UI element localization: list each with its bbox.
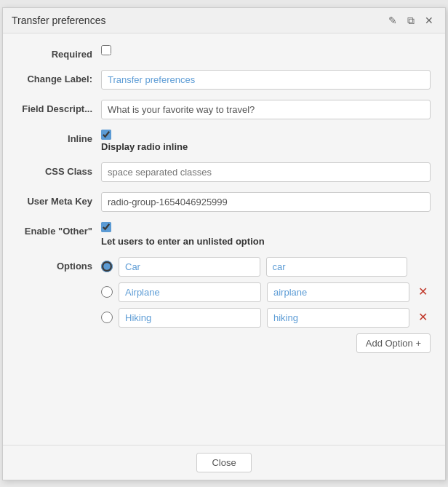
enable-other-note: Let users to enter an unlisted option [101,236,431,247]
close-icon-button[interactable]: ✕ [422,14,436,27]
css-class-row: CSS Class [17,162,431,182]
inline-label: Inline [17,130,101,144]
option-row: ✕ [101,308,431,328]
dialog-footer: Close [3,445,445,480]
inline-row: Inline Display radio inline [17,130,431,152]
css-class-input[interactable] [101,162,431,182]
dialog-body: Required Change Label: Field Descript...… [3,33,445,445]
enable-other-label: Enable "Other" [17,222,101,237]
remove-option-button[interactable]: ✕ [415,285,431,299]
inline-note: Display radio inline [101,141,431,152]
field-desc-row: Field Descript... [17,100,431,119]
css-class-label: CSS Class [17,162,101,177]
user-meta-control [101,192,431,212]
option-value-input[interactable] [267,282,409,302]
options-label: Options [17,257,101,272]
change-label-control [101,70,431,90]
options-list: ✕✕ [101,257,431,328]
enable-other-checkbox[interactable] [101,222,111,232]
remove-option-button[interactable]: ✕ [415,310,431,325]
field-desc-control [101,100,431,119]
option-value-input[interactable] [266,257,408,277]
option-row: ✕ [101,282,431,302]
option-value-input[interactable] [267,308,409,328]
required-checkbox[interactable] [101,45,111,55]
option-radio[interactable] [101,261,113,272]
inline-checkbox-row [101,130,431,140]
options-row: Options ✕✕ Add Option + [17,257,431,353]
required-row: Required [17,45,431,60]
copy-icon-button[interactable]: ⧉ [404,14,417,27]
enable-other-row: Enable "Other" Let users to enter an unl… [17,222,431,247]
user-meta-label: User Meta Key [17,192,101,207]
title-actions: ✎ ⧉ ✕ [385,14,436,27]
add-option-row: Add Option + [101,333,431,353]
add-option-button[interactable]: Add Option + [356,333,431,353]
option-label-input[interactable] [119,257,260,277]
option-radio[interactable] [101,286,113,298]
close-button[interactable]: Close [196,453,251,472]
css-class-control [101,162,431,182]
enable-other-control: Let users to enter an unlisted option [101,222,431,247]
option-row [101,257,431,277]
field-desc-input[interactable] [101,100,431,119]
dialog: Transfer preferences ✎ ⧉ ✕ Required Chan… [2,7,446,480]
options-container: ✕✕ Add Option + [101,257,431,353]
option-label-input[interactable] [119,308,261,328]
inline-checkbox[interactable] [101,130,111,140]
user-meta-input[interactable] [101,192,431,212]
title-bar: Transfer preferences ✎ ⧉ ✕ [3,8,445,33]
inline-control: Display radio inline [101,130,431,152]
edit-icon-button[interactable]: ✎ [385,14,400,27]
required-label: Required [17,45,101,60]
dialog-title: Transfer preferences [12,15,105,26]
option-radio[interactable] [101,312,113,323]
option-label-input[interactable] [119,282,261,302]
user-meta-row: User Meta Key [17,192,431,212]
required-control [101,45,431,58]
change-label-input[interactable] [101,70,431,90]
field-desc-label: Field Descript... [17,100,101,114]
change-label-label: Change Label: [17,70,101,84]
change-label-row: Change Label: [17,70,431,90]
